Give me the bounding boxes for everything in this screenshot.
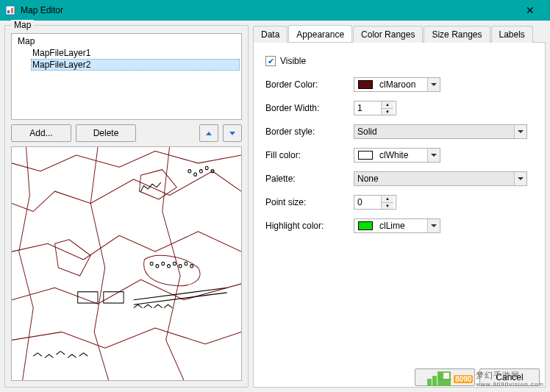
svg-point-6: [194, 173, 197, 176]
tab-strip: Data Appearance Color Ranges Size Ranges…: [253, 25, 546, 43]
highlight-color-combo[interactable]: clLime: [354, 218, 440, 233]
tree-layer-item[interactable]: MapFileLayer2: [31, 59, 240, 71]
chevron-down-icon: [518, 130, 524, 133]
svg-point-10: [150, 262, 153, 265]
point-size-input[interactable]: [354, 196, 381, 209]
svg-rect-4: [104, 292, 124, 303]
combo-text: clWhite: [376, 150, 427, 160]
color-swatch: [358, 80, 373, 89]
dropdown-button[interactable]: [427, 149, 440, 162]
appearance-page: ✔ Visible Border Color: clMaroon Border …: [253, 43, 546, 388]
chevron-down-icon: [518, 177, 524, 180]
map-svg: [12, 147, 241, 380]
highlight-color-label: Highlight color:: [265, 221, 354, 231]
tree-root-item[interactable]: Map: [16, 35, 240, 47]
border-style-label: Border style:: [265, 126, 354, 137]
svg-point-8: [205, 166, 208, 169]
dropdown-button[interactable]: [427, 219, 440, 232]
window-title: Map Editor: [21, 5, 515, 15]
map-preview: [11, 146, 242, 381]
select-text: None: [354, 174, 514, 184]
close-button[interactable]: ✕: [515, 0, 546, 21]
cancel-button[interactable]: Cancel: [479, 368, 540, 386]
color-swatch: [358, 221, 373, 230]
combo-text: clLime: [376, 221, 427, 231]
border-width-spin[interactable]: ▲▼: [354, 101, 396, 115]
palette-select[interactable]: None: [354, 171, 527, 186]
move-up-button[interactable]: [199, 124, 218, 142]
move-down-button[interactable]: [223, 124, 242, 142]
svg-point-7: [199, 170, 202, 173]
svg-point-17: [190, 265, 193, 268]
dropdown-button[interactable]: [514, 172, 526, 185]
check-icon: ✔: [265, 56, 276, 66]
svg-point-13: [168, 265, 171, 268]
tab-labels[interactable]: Labels: [491, 26, 533, 43]
app-icon: [4, 4, 16, 16]
tab-appearance[interactable]: Appearance: [288, 25, 352, 42]
svg-point-5: [188, 170, 191, 173]
fill-color-label: Fill color:: [265, 150, 354, 160]
spin-down[interactable]: ▼: [382, 109, 393, 115]
layer-button-row: Add... Delete: [11, 124, 242, 142]
svg-point-15: [179, 265, 182, 268]
arrow-down-icon: [229, 132, 235, 135]
select-text: Solid: [354, 126, 514, 137]
arrow-up-icon: [206, 132, 212, 135]
chevron-down-icon: [431, 224, 437, 227]
tab-size-ranges[interactable]: Size Ranges: [424, 26, 490, 43]
point-size-label: Point size:: [265, 197, 354, 207]
dialog-buttons: OK Cancel: [415, 368, 540, 386]
visible-checkbox[interactable]: ✔ Visible: [265, 56, 306, 66]
titlebar: Map Editor ✕: [0, 0, 550, 21]
client-area: Map Map MapFileLayer1 MapFileLayer2 Add.…: [0, 21, 550, 392]
ok-button[interactable]: OK: [415, 368, 475, 386]
border-style-select[interactable]: Solid: [354, 124, 527, 139]
svg-point-11: [156, 265, 159, 268]
properties-panel: Data Appearance Color Ranges Size Ranges…: [253, 25, 546, 388]
add-button[interactable]: Add...: [11, 124, 71, 142]
visible-label: Visible: [280, 56, 306, 66]
border-width-label: Border Width:: [265, 103, 354, 113]
spin-up[interactable]: ▲: [382, 101, 393, 109]
border-color-combo[interactable]: clMaroon: [354, 77, 440, 92]
fill-color-combo[interactable]: clWhite: [354, 148, 440, 163]
svg-point-12: [162, 262, 165, 265]
tab-color-ranges[interactable]: Color Ranges: [353, 26, 423, 43]
dropdown-button[interactable]: [427, 78, 440, 91]
map-group: Map Map MapFileLayer1 MapFileLayer2 Add.…: [4, 25, 249, 388]
svg-rect-1: [7, 10, 10, 13]
chevron-down-icon: [431, 154, 437, 157]
spin-down[interactable]: ▼: [382, 203, 393, 210]
color-swatch: [358, 151, 373, 160]
border-color-label: Border Color:: [265, 79, 354, 90]
svg-point-14: [173, 262, 176, 265]
border-width-input[interactable]: [354, 101, 381, 115]
point-size-spin[interactable]: ▲▼: [354, 195, 396, 210]
tree-layer-item[interactable]: MapFileLayer1: [31, 47, 240, 59]
tab-data[interactable]: Data: [253, 26, 288, 43]
spin-up[interactable]: ▲: [382, 196, 393, 203]
layer-tree[interactable]: Map MapFileLayer1 MapFileLayer2: [11, 33, 242, 120]
delete-button[interactable]: Delete: [76, 124, 136, 142]
svg-rect-0: [6, 6, 15, 15]
svg-rect-2: [11, 8, 13, 13]
chevron-down-icon: [431, 83, 437, 86]
palette-label: Palette:: [265, 174, 354, 184]
group-label: Map: [11, 20, 34, 30]
dropdown-button[interactable]: [514, 125, 526, 138]
svg-point-16: [185, 262, 188, 265]
combo-text: clMaroon: [376, 79, 427, 90]
